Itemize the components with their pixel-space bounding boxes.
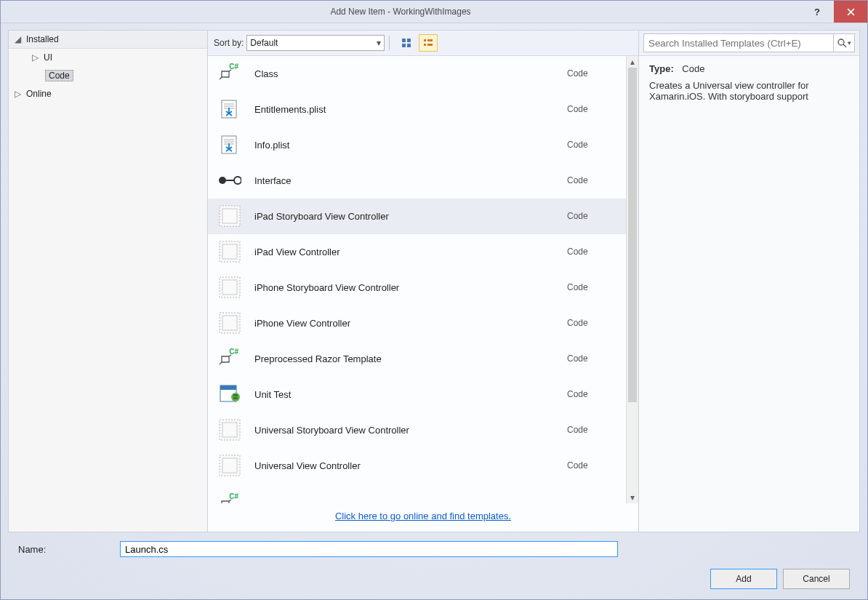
view-controller-icon	[217, 310, 243, 336]
center-toolbar: Sort by: Default ▾	[208, 31, 638, 56]
template-row[interactable]: C#ClassCode	[208, 56, 627, 92]
scroll-thumb[interactable]	[628, 68, 637, 402]
chevron-right-icon: ▷	[32, 52, 41, 63]
svg-point-38	[838, 39, 844, 45]
name-label: Name:	[18, 544, 120, 555]
template-name: Interface	[254, 175, 567, 186]
template-row[interactable]: Entitlements.plistCode	[208, 92, 627, 127]
details-type-label: Type:	[649, 63, 674, 74]
svg-point-17	[219, 177, 226, 184]
template-row[interactable]: iPad Storyboard View ControllerCode	[208, 199, 627, 234]
template-name: iPhone View Controller	[254, 318, 567, 329]
details-type-value: Code	[682, 63, 704, 74]
svg-line-39	[843, 44, 846, 47]
template-list: C#ClassCodeEntitlements.plistCodeInfo.pl…	[208, 56, 627, 503]
chevron-down-icon: ▾	[377, 38, 381, 48]
template-name: iPad Storyboard View Controller	[254, 211, 567, 222]
svg-rect-1	[407, 39, 411, 42]
svg-rect-4	[424, 39, 426, 41]
view-controller-icon	[217, 417, 243, 443]
svg-text:C#: C#	[229, 63, 238, 71]
template-row[interactable]: Universal Storyboard View ControllerCode	[208, 412, 627, 448]
close-icon	[847, 8, 855, 16]
svg-rect-30	[220, 385, 236, 390]
template-row[interactable]: Universal View ControllerCode	[208, 448, 627, 484]
svg-rect-31	[233, 394, 238, 396]
view-medium-icons-button[interactable]	[397, 34, 416, 52]
svg-rect-5	[427, 39, 433, 41]
online-templates-link[interactable]: Click here to go online and find templat…	[335, 511, 511, 521]
template-category: Code	[567, 175, 618, 185]
template-row[interactable]: iPhone View ControllerCode	[208, 305, 627, 341]
template-row[interactable]: Unit TestCode	[208, 377, 627, 412]
titlebar: Add New Item - WorkingWithImages ?	[1, 1, 867, 23]
svg-rect-3	[407, 44, 411, 47]
tree-label: Installed	[26, 34, 59, 44]
tree-installed[interactable]: ◢ Installed	[9, 31, 207, 49]
template-name: Class	[254, 68, 567, 79]
sortby-select[interactable]: Default ▾	[246, 35, 385, 51]
template-name: Universal View Controller	[254, 460, 567, 471]
svg-rect-32	[233, 397, 238, 399]
template-row[interactable]: C#Preprocessed Razor TemplateCode	[208, 341, 627, 377]
cs-file-icon: C#	[217, 345, 243, 372]
scroll-down-icon[interactable]: ▾	[627, 492, 638, 503]
details-description: Creates a Universal view controller for …	[649, 80, 849, 102]
scrollbar[interactable]: ▴ ▾	[626, 56, 638, 503]
plist-file-icon	[217, 132, 243, 158]
template-category: Code	[567, 104, 618, 114]
template-name: Universal Storyboard View Controller	[254, 425, 567, 436]
sortby-value: Default	[250, 38, 278, 48]
template-category: Code	[567, 318, 618, 328]
scroll-up-icon[interactable]: ▴	[627, 56, 638, 68]
template-name: Entitlements.plist	[254, 104, 567, 115]
plist-file-icon	[217, 96, 243, 122]
template-name: iPad View Controller	[254, 247, 567, 257]
svg-rect-2	[402, 44, 406, 47]
window-title: Add New Item - WorkingWithImages	[1, 7, 800, 17]
view-small-icons-button[interactable]	[419, 34, 438, 52]
svg-point-19	[234, 177, 241, 184]
template-category: Code	[567, 425, 618, 435]
template-row[interactable]: iPhone Storyboard View ControllerCode	[208, 270, 627, 305]
search-icon	[837, 38, 847, 48]
name-input[interactable]	[120, 541, 618, 557]
search-button[interactable]: ▾	[834, 33, 855, 52]
svg-text:C#: C#	[229, 348, 238, 356]
template-name: iPhone Storyboard View Controller	[254, 282, 567, 293]
view-controller-icon	[217, 239, 243, 265]
list-icon	[423, 38, 433, 48]
template-category: Code	[567, 140, 618, 150]
sortby-label: Sort by:	[214, 38, 244, 48]
details-panel: Type: Code Creates a Universal view cont…	[639, 56, 859, 109]
template-category: Code	[567, 353, 618, 364]
cs-file-icon: C#	[217, 60, 243, 87]
cancel-button[interactable]: Cancel	[783, 569, 850, 589]
template-category: Code	[567, 389, 618, 399]
tree-label: UI	[44, 52, 52, 63]
tree-label-selected: Code	[45, 70, 73, 81]
view-controller-icon	[217, 203, 243, 229]
grid-icon	[401, 38, 411, 48]
search-input[interactable]	[643, 33, 834, 52]
template-category: Code	[567, 211, 618, 221]
svg-rect-6	[424, 44, 426, 46]
add-button[interactable]: Add	[710, 569, 777, 589]
close-button[interactable]	[834, 1, 867, 23]
category-tree: ◢ Installed ▷ UI Code ▷ Online	[8, 30, 208, 532]
tree-online[interactable]: ▷ Online	[9, 85, 207, 103]
view-controller-icon	[217, 274, 243, 300]
chevron-down-icon: ▾	[848, 39, 851, 47]
interface-icon	[217, 167, 243, 193]
tree-code[interactable]: Code	[26, 66, 207, 85]
template-name: Unit Test	[254, 389, 567, 400]
chevron-right-icon: ▷	[15, 89, 23, 99]
template-row[interactable]: InterfaceCode	[208, 163, 627, 199]
template-row[interactable]: Info.plistCode	[208, 127, 627, 163]
template-category: Code	[567, 460, 618, 471]
template-row[interactable]: iPad View ControllerCode	[208, 234, 627, 270]
help-button[interactable]: ?	[800, 1, 834, 23]
template-name: Preprocessed Razor Template	[254, 353, 567, 364]
tree-ui[interactable]: ▷ UI	[26, 49, 207, 66]
svg-rect-7	[427, 44, 433, 46]
